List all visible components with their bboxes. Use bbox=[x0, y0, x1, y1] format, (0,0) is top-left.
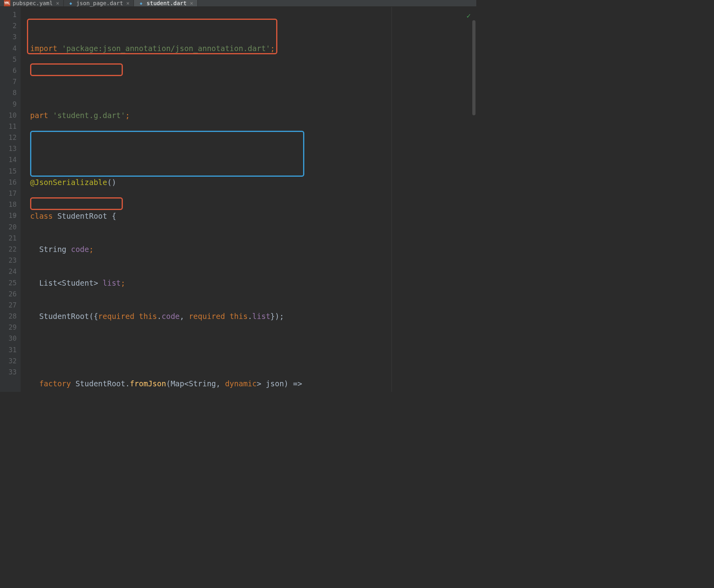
line-number: 8 bbox=[3, 87, 17, 98]
line-number: 27 bbox=[3, 300, 17, 311]
line-number: 24 bbox=[3, 266, 17, 277]
line-number: 21 bbox=[3, 233, 17, 244]
tab-student-dart[interactable]: ◆ student.dart × bbox=[134, 0, 198, 6]
analysis-ok-icon[interactable]: ✓ bbox=[466, 11, 471, 20]
code-line[interactable]: ⊟class StudentRoot { bbox=[21, 210, 476, 221]
tab-label: student.dart bbox=[147, 0, 187, 6]
line-number: 5 bbox=[3, 54, 17, 65]
line-number: 32 bbox=[3, 355, 17, 367]
line-number: 18 bbox=[3, 199, 17, 210]
code-content[interactable]: import 'package:json_annotation/json_ann… bbox=[21, 7, 476, 392]
tab-json-page-dart[interactable]: ◆ json_page.dart × bbox=[64, 0, 134, 6]
scrollbar-thumb[interactable] bbox=[472, 20, 475, 115]
dart-file-icon: ◆ bbox=[68, 0, 74, 6]
yaml-file-icon: YML bbox=[4, 0, 10, 6]
line-number: 7 bbox=[3, 76, 17, 87]
line-number: 2 bbox=[3, 20, 17, 31]
line-number: 11 bbox=[3, 121, 17, 132]
line-number: 25 bbox=[3, 277, 17, 288]
tab-label: pubspec.yaml bbox=[13, 0, 53, 6]
code-editor: YML pubspec.yaml × ◆ json_page.dart × ◆ … bbox=[0, 0, 476, 392]
dart-file-icon: ◆ bbox=[138, 0, 144, 6]
code-line[interactable]: List<Student> list; bbox=[21, 277, 476, 288]
code-line[interactable] bbox=[21, 76, 476, 87]
close-icon[interactable]: × bbox=[190, 0, 193, 6]
line-number: 12 bbox=[3, 132, 17, 143]
code-line[interactable]: String code; bbox=[21, 244, 476, 255]
tab-bar: YML pubspec.yaml × ◆ json_page.dart × ◆ … bbox=[0, 0, 476, 7]
line-number: 13 bbox=[3, 143, 17, 154]
code-line[interactable]: part 'student.g.dart'; bbox=[21, 110, 476, 121]
code-line[interactable] bbox=[21, 143, 476, 154]
line-number: 20 bbox=[3, 221, 17, 233]
line-number: 16 bbox=[3, 177, 17, 188]
tab-label: json_page.dart bbox=[76, 0, 123, 6]
code-line[interactable]: StudentRoot({required this.code, require… bbox=[21, 311, 476, 322]
line-number: 23 bbox=[3, 255, 17, 266]
line-number: 14 bbox=[3, 154, 17, 165]
code-line[interactable]: @JsonSerializable() bbox=[21, 177, 476, 188]
code-area[interactable]: 1 2 3 4 5 6 7 8 9 10 11 12 13 14 15 16 1… bbox=[0, 7, 476, 392]
line-number: 33 bbox=[3, 367, 17, 378]
code-line[interactable] bbox=[21, 344, 476, 355]
line-number: 26 bbox=[3, 288, 17, 300]
right-margin bbox=[391, 7, 392, 392]
line-number: 30 bbox=[3, 333, 17, 344]
line-number: 29 bbox=[3, 322, 17, 333]
fold-icon[interactable]: ⊟ bbox=[13, 210, 16, 221]
code-line[interactable]: factory StudentRoot.fromJson(Map<String,… bbox=[21, 378, 476, 389]
line-number: 17 bbox=[3, 188, 17, 199]
line-number: 31 bbox=[3, 344, 17, 355]
line-number: 15 bbox=[3, 166, 17, 177]
code-line[interactable]: import 'package:json_annotation/json_ann… bbox=[21, 43, 476, 54]
line-number: 28 bbox=[3, 311, 17, 322]
line-number: 10 bbox=[3, 110, 17, 121]
line-number: 9 bbox=[3, 99, 17, 110]
tab-pubspec-yaml[interactable]: YML pubspec.yaml × bbox=[0, 0, 64, 6]
close-icon[interactable]: × bbox=[56, 0, 59, 6]
line-number: 6 bbox=[3, 65, 17, 76]
line-number: 3 bbox=[3, 31, 17, 42]
line-number: 1 bbox=[3, 9, 17, 20]
line-gutter: 1 2 3 4 5 6 7 8 9 10 11 12 13 14 15 16 1… bbox=[0, 7, 21, 392]
close-icon[interactable]: × bbox=[126, 0, 130, 6]
line-number: 4 bbox=[3, 43, 17, 54]
line-number: 22 bbox=[3, 244, 17, 255]
